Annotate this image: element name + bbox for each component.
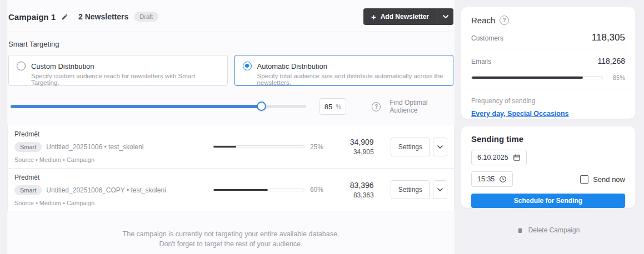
reach-progress-fill (472, 77, 583, 79)
chevron-down-icon (437, 145, 443, 149)
progress-bar (213, 145, 304, 148)
send-now-label: Send now (593, 175, 625, 184)
progress-percent: 25% (310, 143, 323, 151)
frequency-label: Frequency of sending (471, 97, 625, 105)
radio-selected-icon[interactable] (243, 62, 252, 70)
progress-fill (213, 189, 268, 191)
customers-value: 118,305 (592, 32, 625, 43)
reach-title: Reach (471, 16, 495, 25)
audience-slider-row: 85 % ? Find Optimal Audience (11, 98, 453, 115)
time-input[interactable]: 15:35 (471, 171, 513, 187)
settings-button[interactable]: Settings (391, 138, 430, 156)
customers-label: Customers (471, 34, 503, 42)
audience-slider[interactable] (11, 105, 306, 108)
newsletter-meta: Source • Medium • Campaign (14, 156, 213, 163)
help-icon[interactable]: ? (372, 102, 381, 111)
edit-campaign-button[interactable] (61, 13, 68, 21)
emails-label: Emails (471, 58, 491, 65)
emails-row: Emails 118,268 (471, 57, 625, 65)
plus-icon: + (371, 12, 376, 22)
reach-emails-value: 34,905 (325, 148, 373, 156)
settings-button[interactable]: Settings (391, 180, 430, 199)
newsletter-progress: 25% (213, 143, 325, 151)
notice-line-2: Don't forget to target the rest of your … (7, 239, 455, 249)
notice-line-1: The campaign is currently not targeting … (7, 229, 455, 239)
targeting-notice: The campaign is currently not targeting … (7, 229, 455, 254)
radio-unselected-icon[interactable] (17, 62, 26, 70)
audience-percent-input[interactable]: 85 % (319, 98, 346, 115)
newsletter-title: Untitled_20251006 • test_skoleni (46, 143, 143, 151)
frequency-link[interactable]: Every day, Special Occasions (471, 110, 569, 118)
newsletter-reach-values: 83,396 83,363 (325, 181, 388, 199)
newsletter-subject-label: Předmět (14, 174, 213, 181)
newsletter-reach-values: 34,909 34,905 (325, 138, 388, 156)
schedule-sending-button[interactable]: Schedule for Sending (471, 194, 625, 208)
newsletters-count: 2 Newsletters (78, 12, 128, 21)
reach-progress-row: 85% (471, 74, 625, 81)
sending-time-panel: Sending time 6.10.2025 15:35 Send now Sc… (461, 126, 635, 208)
newsletter-subject-label: Předmět (14, 130, 213, 138)
chevron-down-icon (443, 15, 448, 18)
pencil-icon (61, 13, 68, 21)
add-newsletter-button[interactable]: + Add Newsletter (363, 8, 437, 25)
newsletter-list: Předmět Smart Untitled_20251006 • test_s… (7, 125, 455, 211)
send-now-checkbox[interactable] (580, 175, 588, 184)
settings-dropdown-button[interactable] (433, 180, 447, 199)
trash-icon (517, 227, 523, 234)
newsletter-row: Předmět Smart Untitled_20251006 • test_s… (8, 125, 454, 168)
custom-distribution-description: Specify custom audience reach for newsle… (31, 73, 219, 86)
progress-percent: 60% (310, 186, 323, 194)
calendar-icon[interactable] (513, 154, 521, 161)
slider-fill (11, 105, 262, 108)
divider (471, 49, 625, 49)
date-input[interactable]: 6.10.2025 (471, 150, 527, 165)
settings-split-button: Settings (391, 138, 447, 156)
newsletter-progress: 60% (213, 186, 325, 194)
send-now-toggle[interactable]: Send now (580, 175, 625, 184)
settings-split-button: Settings (391, 180, 447, 199)
add-newsletter-split-button: + Add Newsletter (363, 8, 453, 25)
distribution-options: Custom Distribution Specify custom audie… (7, 55, 455, 86)
reach-customers-value: 34,909 (325, 138, 373, 146)
custom-distribution-option[interactable]: Custom Distribution Specify custom audie… (8, 55, 228, 86)
newsletter-row: Předmět Smart Untitled_20251006_COPY • t… (8, 168, 454, 211)
status-badge: Draft (134, 12, 158, 22)
automatic-distribution-description: Specify total audience size and distribu… (257, 73, 446, 86)
campaign-header: Campaign 1 2 Newsletters Draft + Add New… (7, 0, 455, 32)
date-value: 6.10.2025 (477, 154, 508, 161)
campaign-title: Campaign 1 (8, 12, 56, 22)
reach-customers-value: 83,396 (325, 181, 373, 190)
main-content: Campaign 1 2 Newsletters Draft + Add New… (7, 0, 455, 254)
automatic-distribution-title: Automatic Distribution (257, 62, 327, 70)
reach-panel: Reach ? Customers 118,305 Emails 118,268… (461, 7, 635, 119)
find-optimal-audience-link[interactable]: Find Optimal Audience (390, 99, 453, 114)
newsletter-meta: Source • Medium • Campaign (14, 200, 213, 206)
smart-badge: Smart (14, 142, 42, 152)
smart-targeting-title: Smart Targeting (7, 32, 455, 55)
percent-unit: % (336, 103, 341, 110)
time-value: 15:35 (477, 175, 495, 183)
audience-percent-value: 85 (325, 103, 332, 111)
settings-dropdown-button[interactable] (433, 138, 447, 156)
progress-fill (213, 146, 236, 148)
reach-progress-bar (471, 76, 603, 79)
add-newsletter-label: Add Newsletter (381, 13, 429, 21)
divider (461, 89, 635, 89)
sending-time-title: Sending time (471, 134, 625, 144)
delete-campaign-label: Delete Campaign (528, 226, 580, 234)
newsletter-title: Untitled_20251006_COPY • test_skoleni (46, 186, 166, 194)
reach-progress-percent: 85% (610, 74, 625, 81)
reach-emails-value: 83,363 (325, 191, 373, 199)
clock-icon[interactable] (499, 175, 507, 183)
help-icon[interactable]: ? (500, 16, 509, 25)
custom-distribution-title: Custom Distribution (31, 62, 94, 70)
smart-badge: Smart (14, 185, 42, 195)
progress-bar (213, 189, 304, 191)
automatic-distribution-option[interactable]: Automatic Distribution Specify total aud… (234, 55, 454, 86)
chevron-down-icon (437, 188, 443, 191)
add-newsletter-dropdown-button[interactable] (437, 8, 453, 25)
customers-row: Customers 118,305 (471, 32, 625, 43)
emails-value: 118,268 (597, 57, 625, 65)
slider-thumb[interactable] (257, 101, 266, 111)
delete-campaign-button[interactable]: Delete Campaign (461, 226, 635, 234)
